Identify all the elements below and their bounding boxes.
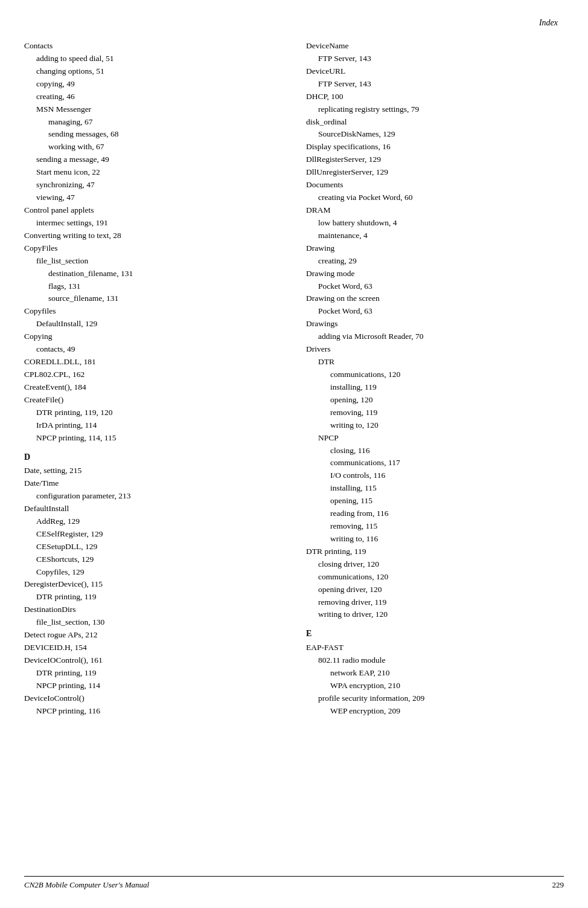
index-entry: AddReg, 129 xyxy=(24,515,282,528)
index-entry: reading from, 116 xyxy=(306,507,564,520)
index-entry: Converting writing to text, 28 xyxy=(24,230,282,242)
page: Index Contactsadding to speed dial, 51ch… xyxy=(0,0,588,908)
index-entry: DestinationDirs xyxy=(24,604,282,616)
index-entry: NPCP printing, 116 xyxy=(24,705,282,718)
index-entry: configuration parameter, 213 xyxy=(24,490,282,503)
index-entry: DTR printing, 119 xyxy=(24,591,282,604)
index-entry: DllRegisterServer, 129 xyxy=(306,153,564,166)
index-entry: creating, 46 xyxy=(24,91,282,103)
index-entry: DHCP, 100 xyxy=(306,91,564,103)
index-entry: Contacts xyxy=(24,40,282,53)
index-entry: DTR printing, 119, 120 xyxy=(24,407,282,419)
index-entry: installing, 119 xyxy=(306,381,564,394)
index-entry: DEVICEID.H, 154 xyxy=(24,642,282,654)
index-entry: profile security information, 209 xyxy=(306,692,564,705)
index-entry: Display specifications, 16 xyxy=(306,141,564,153)
index-entry: source_filename, 131 xyxy=(24,292,282,305)
index-entry: writing to, 116 xyxy=(306,533,564,546)
index-entry: DefaultInstall, 129 xyxy=(24,318,282,330)
index-entry: working with, 67 xyxy=(24,141,282,153)
index-entry: creating, 29 xyxy=(306,255,564,268)
index-entry: Date, setting, 215 xyxy=(24,465,282,477)
index-entry: network EAP, 210 xyxy=(306,667,564,680)
index-columns: Contactsadding to speed dial, 51changing… xyxy=(24,40,564,718)
index-entry: Drawing on the screen xyxy=(306,292,564,305)
index-entry: opening driver, 120 xyxy=(306,584,564,596)
index-entry: I/O controls, 116 xyxy=(306,469,564,482)
index-entry: Drawing xyxy=(306,242,564,255)
index-entry: Control panel applets xyxy=(24,204,282,217)
index-entry: Pocket Word, 63 xyxy=(306,280,564,293)
index-entry: CreateEvent(), 184 xyxy=(24,381,282,394)
index-entry: CEShortcuts, 129 xyxy=(24,553,282,566)
index-entry: DeregisterDevice(), 115 xyxy=(24,578,282,591)
index-entry: COREDLL.DLL, 181 xyxy=(24,356,282,369)
index-entry: closing driver, 120 xyxy=(306,558,564,571)
index-entry: removing driver, 119 xyxy=(306,596,564,609)
index-entry: communications, 120 xyxy=(306,369,564,381)
index-entry: removing, 119 xyxy=(306,407,564,419)
index-entry: replicating registry settings, 79 xyxy=(306,103,564,116)
index-entry: writing to driver, 120 xyxy=(306,608,564,621)
footer-page-number: 229 xyxy=(552,880,564,890)
index-entry: adding to speed dial, 51 xyxy=(24,53,282,65)
section-letter: E xyxy=(306,627,564,640)
index-entry: DTR printing, 119 xyxy=(306,546,564,558)
index-entry: MSN Messenger xyxy=(24,103,282,116)
index-entry: FTP Server, 143 xyxy=(306,53,564,65)
index-entry: WEP encryption, 209 xyxy=(306,705,564,718)
index-entry: sending a message, 49 xyxy=(24,153,282,166)
index-entry: CreateFile() xyxy=(24,394,282,407)
index-entry: changing options, 51 xyxy=(24,65,282,78)
index-entry: Date/Time xyxy=(24,477,282,490)
index-entry: Drawings xyxy=(306,318,564,330)
index-entry: copying, 49 xyxy=(24,78,282,91)
index-entry: FTP Server, 143 xyxy=(306,78,564,91)
index-entry: synchronizing, 47 xyxy=(24,179,282,192)
index-entry: Pocket Word, 63 xyxy=(306,305,564,318)
index-entry: DTR printing, 119 xyxy=(24,667,282,680)
index-entry: managing, 67 xyxy=(24,116,282,129)
index-entry: NPCP xyxy=(306,432,564,445)
index-entry: Documents xyxy=(306,179,564,192)
index-entry: file_list_section xyxy=(24,255,282,268)
index-entry: Copyfiles xyxy=(24,305,282,318)
index-entry: Drawing mode xyxy=(306,268,564,280)
index-entry: DeviceURL xyxy=(306,65,564,78)
index-entry: SourceDiskNames, 129 xyxy=(306,128,564,141)
index-entry: CESetupDLL, 129 xyxy=(24,541,282,553)
index-entry: opening, 115 xyxy=(306,495,564,507)
index-entry: viewing, 47 xyxy=(24,192,282,204)
index-entry: DllUnregisterServer, 129 xyxy=(306,166,564,179)
index-entry: Detect rogue APs, 212 xyxy=(24,629,282,642)
index-entry: opening, 120 xyxy=(306,394,564,407)
index-entry: Copyfiles, 129 xyxy=(24,566,282,579)
index-entry: EAP-FAST xyxy=(306,642,564,654)
index-entry: flags, 131 xyxy=(24,280,282,293)
footer-title: CN2B Mobile Computer User's Manual xyxy=(24,880,149,890)
index-entry: NPCP printing, 114 xyxy=(24,680,282,692)
index-entry: destination_filename, 131 xyxy=(24,268,282,280)
index-entry: low battery shutdown, 4 xyxy=(306,217,564,230)
section-letter: D xyxy=(24,451,282,464)
page-header: Index xyxy=(24,18,564,28)
index-entry: DefaultInstall xyxy=(24,503,282,515)
index-entry: DeviceIOControl(), 161 xyxy=(24,654,282,667)
index-entry: communications, 120 xyxy=(306,571,564,584)
index-entry: closing, 116 xyxy=(306,445,564,457)
index-entry: CopyFiles xyxy=(24,242,282,255)
index-entry: writing to, 120 xyxy=(306,419,564,432)
index-entry: IrDA printing, 114 xyxy=(24,419,282,432)
index-entry: NPCP printing, 114, 115 xyxy=(24,432,282,445)
index-entry: removing, 115 xyxy=(306,520,564,533)
index-entry: adding via Microsoft Reader, 70 xyxy=(306,330,564,343)
index-entry: installing, 115 xyxy=(306,482,564,495)
index-entry: file_list_section, 130 xyxy=(24,616,282,629)
index-entry: maintenance, 4 xyxy=(306,230,564,242)
index-entry: contacts, 49 xyxy=(24,343,282,356)
index-entry: sending messages, 68 xyxy=(24,128,282,141)
index-entry: disk_ordinal xyxy=(306,116,564,129)
index-entry: CESelfRegister, 129 xyxy=(24,528,282,541)
left-column: Contactsadding to speed dial, 51changing… xyxy=(24,40,282,718)
index-entry: Start menu icon, 22 xyxy=(24,166,282,179)
